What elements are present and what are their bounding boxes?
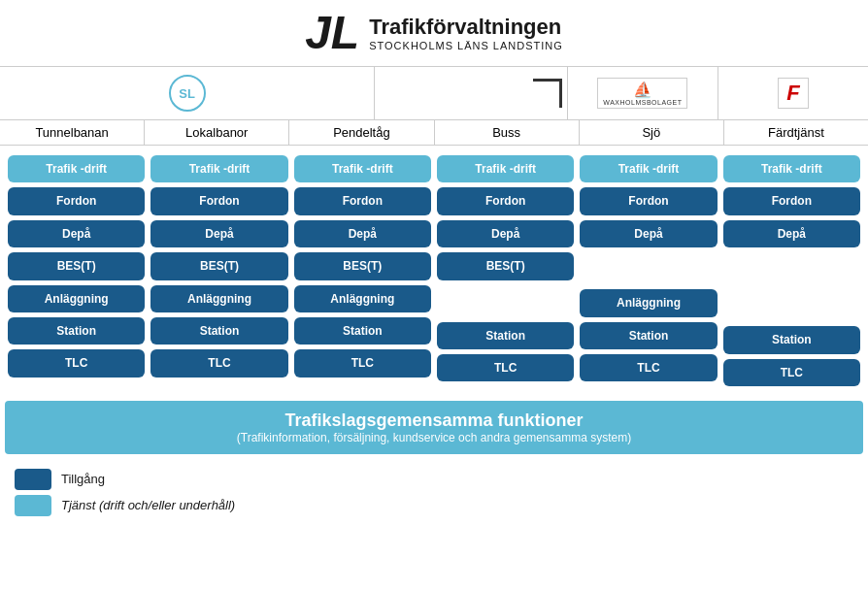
col-header-sjo: Sjö bbox=[580, 120, 724, 145]
trafik-drift-tunnelbanan[interactable]: Trafik -drift bbox=[8, 155, 145, 182]
tlc-buss[interactable]: TLC bbox=[437, 354, 574, 381]
best-tunnelbanan[interactable]: BES(T) bbox=[8, 252, 145, 279]
waxholmsbolaget-logo: ⛵ WAXHOLMSBOLAGET bbox=[568, 67, 718, 119]
legend-tjanst-prefix: Tjänst bbox=[61, 498, 95, 512]
best-fardtjanst-placeholder bbox=[723, 252, 860, 284]
depa-buss[interactable]: Depå bbox=[437, 220, 574, 247]
col-header-buss: Buss bbox=[435, 120, 580, 145]
anlaggning-fardtjanst-placeholder bbox=[723, 289, 860, 321]
jl-logo: JL bbox=[305, 10, 359, 56]
depa-lokalbanor[interactable]: Depå bbox=[150, 220, 287, 247]
best-pendeltag[interactable]: BES(T) bbox=[294, 252, 431, 279]
best-sjo-placeholder bbox=[580, 252, 717, 284]
tlc-fardtjanst[interactable]: TLC bbox=[723, 359, 860, 386]
page: JL Trafikförvaltningen STOCKHOLMS LÄNS L… bbox=[0, 0, 868, 526]
footer-banner-subtitle: (Trafikinformation, försäljning, kundser… bbox=[10, 431, 858, 444]
col-sjo: Trafik -drift Fordon Depå Anläggning Sta… bbox=[577, 150, 719, 391]
legend: Tillgång Tjänst (drift och/eller underhå… bbox=[0, 459, 868, 526]
best-lokalbanor[interactable]: BES(T) bbox=[150, 252, 287, 279]
tlc-tunnelbanan[interactable]: TLC bbox=[8, 349, 145, 377]
wax-badge: ⛵ WAXHOLMSBOLAGET bbox=[597, 78, 687, 109]
logo-area: JL Trafikförvaltningen STOCKHOLMS LÄNS L… bbox=[305, 10, 563, 56]
col-header-fardtjanst: Färdtjänst bbox=[724, 120, 868, 145]
depa-fardtjanst[interactable]: Depå bbox=[723, 220, 860, 247]
station-buss[interactable]: Station bbox=[437, 322, 574, 349]
legend-tjanst-label: Tjänst (drift och/eller underhåll) bbox=[61, 498, 235, 512]
column-headers: Tunnelbanan Lokalbanor Pendeltåg Buss Sj… bbox=[0, 120, 868, 146]
logo-title: Trafikförvaltningen bbox=[369, 15, 563, 40]
station-lokalbanor[interactable]: Station bbox=[150, 317, 287, 345]
logo-subtitle: STOCKHOLMS LÄNS LANDSTING bbox=[369, 40, 563, 51]
bracket-logo bbox=[375, 67, 568, 119]
depa-tunnelbanan[interactable]: Depå bbox=[8, 220, 145, 247]
col-fardtjanst: Trafik -drift Fordon Depå Station TLC bbox=[720, 150, 863, 391]
depa-pendeltag[interactable]: Depå bbox=[294, 220, 431, 247]
f-badge: F bbox=[778, 78, 808, 109]
col-pendeltag: Trafik -drift Fordon Depå BES(T) Anläggn… bbox=[291, 150, 434, 391]
col-lokalbanor: Trafik -drift Fordon Depå BES(T) Anläggn… bbox=[148, 150, 290, 391]
tlc-lokalbanor[interactable]: TLC bbox=[150, 349, 287, 377]
anlaggning-sjo[interactable]: Anläggning bbox=[580, 289, 717, 316]
best-buss[interactable]: BES(T) bbox=[437, 252, 574, 279]
bracket-shape bbox=[533, 79, 562, 108]
trafik-drift-buss[interactable]: Trafik -drift bbox=[437, 155, 574, 182]
anlaggning-tunnelbanan[interactable]: Anläggning bbox=[8, 285, 145, 312]
anlaggning-pendeltag[interactable]: Anläggning bbox=[294, 285, 431, 312]
sl-logo: SL bbox=[0, 67, 375, 119]
station-fardtjanst[interactable]: Station bbox=[723, 326, 860, 353]
fordon-pendeltag[interactable]: Fordon bbox=[294, 187, 431, 214]
col-buss: Trafik -drift Fordon Depå BES(T) Station… bbox=[434, 150, 577, 391]
footer-banner-title: Trafikslagsgemensamma funktioner bbox=[10, 410, 858, 431]
logo-text: Trafikförvaltningen STOCKHOLMS LÄNS LAND… bbox=[369, 15, 563, 51]
fordon-sjo[interactable]: Fordon bbox=[580, 187, 717, 214]
trafik-drift-sjo[interactable]: Trafik -drift bbox=[580, 155, 717, 182]
anlaggning-lokalbanor[interactable]: Anläggning bbox=[150, 285, 287, 312]
legend-box-light bbox=[15, 495, 51, 516]
sl-circle: SL bbox=[169, 75, 206, 112]
trafik-drift-lokalbanor[interactable]: Trafik -drift bbox=[150, 155, 287, 182]
fordon-fardtjanst[interactable]: Fordon bbox=[723, 187, 860, 214]
wax-logo-text: WAXHOLMSBOLAGET bbox=[603, 99, 682, 106]
depa-sjo[interactable]: Depå bbox=[580, 220, 717, 247]
col-tunnelbanan: Trafik -drift Fordon Depå BES(T) Anläggn… bbox=[5, 150, 148, 391]
legend-tillgang-label: Tillgång bbox=[61, 472, 105, 486]
wax-logo-icon: ⛵ bbox=[603, 81, 682, 99]
fordon-buss[interactable]: Fordon bbox=[437, 187, 574, 214]
legend-box-dark bbox=[15, 469, 51, 490]
header: JL Trafikförvaltningen STOCKHOLMS LÄNS L… bbox=[0, 0, 868, 67]
station-tunnelbanan[interactable]: Station bbox=[8, 317, 145, 345]
col-header-lokalbanor: Lokalbanor bbox=[145, 120, 289, 145]
sub-logos-row: SL ⛵ WAXHOLMSBOLAGET F bbox=[0, 67, 868, 120]
col-header-pendeltag: Pendeltåg bbox=[289, 120, 434, 145]
legend-item-tjanst: Tjänst (drift och/eller underhåll) bbox=[15, 495, 853, 516]
tlc-pendeltag[interactable]: TLC bbox=[294, 349, 431, 377]
legend-tjanst-italic: (drift och/eller underhåll) bbox=[95, 498, 235, 512]
grid-area: Trafik -drift Fordon Depå BES(T) Anläggn… bbox=[0, 146, 868, 396]
footer-banner: Trafikslagsgemensamma funktioner (Trafik… bbox=[5, 401, 863, 454]
station-pendeltag[interactable]: Station bbox=[294, 317, 431, 345]
trafik-drift-fardtjanst[interactable]: Trafik -drift bbox=[723, 155, 860, 182]
fordon-lokalbanor[interactable]: Fordon bbox=[150, 187, 287, 214]
station-sjo[interactable]: Station bbox=[580, 322, 717, 349]
f-logo: F bbox=[718, 67, 868, 119]
fordon-tunnelbanan[interactable]: Fordon bbox=[8, 187, 145, 214]
legend-item-tillgang: Tillgång bbox=[15, 469, 853, 490]
anlaggning-buss-placeholder bbox=[437, 285, 574, 317]
col-header-tunnelbanan: Tunnelbanan bbox=[0, 120, 145, 145]
trafik-drift-pendeltag[interactable]: Trafik -drift bbox=[294, 155, 431, 182]
tlc-sjo[interactable]: TLC bbox=[580, 354, 717, 381]
